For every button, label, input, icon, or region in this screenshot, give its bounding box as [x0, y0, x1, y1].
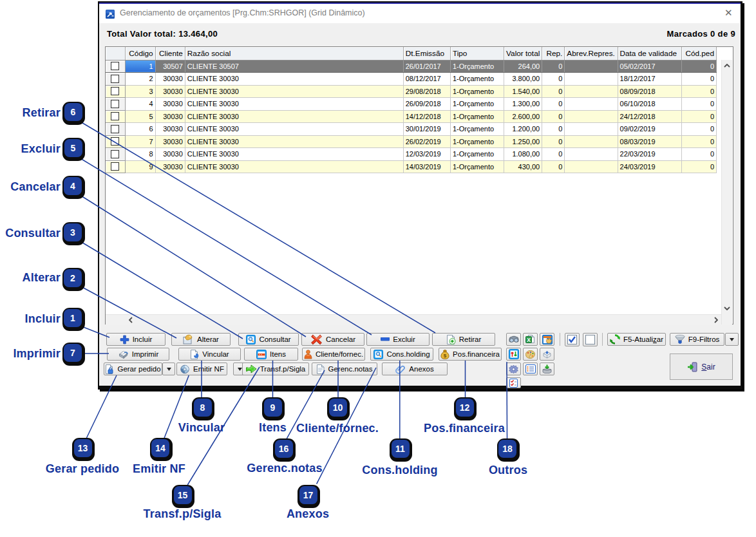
svg-text:X: X	[527, 336, 531, 343]
svg-text:$: $	[444, 352, 447, 358]
